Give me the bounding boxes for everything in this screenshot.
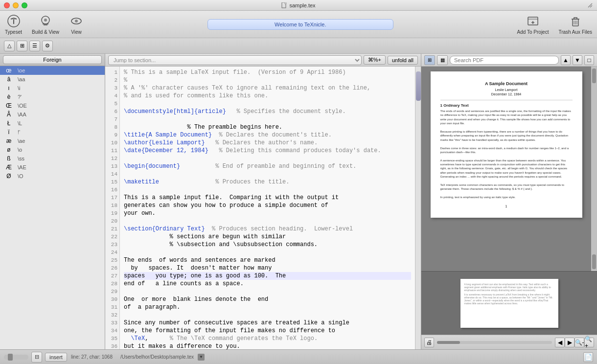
- code-line: % A '%' character causes TeX to ignore a…: [124, 84, 411, 92]
- pdf-section1: 1 Ordinary Text: [440, 103, 573, 108]
- code-line: [124, 311, 411, 319]
- file-path: /Users/belhor/Desktop/sample.tex: [120, 354, 194, 360]
- welcome-area: Welcome to TeXnicle.: [93, 19, 507, 30]
- code-line: [124, 170, 411, 178]
- code-line: \section{Ordinary Text} % Produces secti…: [124, 225, 411, 233]
- build-view-button[interactable]: Build & View: [32, 14, 59, 35]
- zoom-slider[interactable]: [4, 355, 28, 360]
- char-list-item[interactable]: â\aa: [0, 75, 105, 84]
- char-list-item[interactable]: Œ\OE: [0, 101, 105, 110]
- pdf-zoom-out[interactable]: 🔍-: [574, 338, 584, 347]
- pdf-scrollbar-bottom[interactable]: [592, 254, 596, 269]
- char-list-item[interactable]: æ\ae: [0, 136, 105, 145]
- char-list-item[interactable]: Æ\AE: [0, 163, 105, 172]
- scrollbar-thumb[interactable]: [416, 71, 421, 101]
- editor-scrollbar[interactable]: [415, 67, 421, 349]
- pdf-fit-button[interactable]: □: [584, 55, 594, 65]
- pdf-title: A Sample Document: [440, 81, 573, 86]
- build-icon: [39, 14, 52, 28]
- code-line: but it makes a difference to you.: [124, 342, 411, 349]
- jump-to-section[interactable]: Jump to section...: [108, 55, 362, 65]
- pdf-zoom-in[interactable]: 🔍+: [584, 338, 594, 347]
- pdf-scrollbar-thumb[interactable]: [592, 68, 596, 83]
- code-line: \begin{document} % End of preamble and b…: [124, 162, 411, 170]
- char-list-item[interactable]: Ł\L: [0, 119, 105, 128]
- char-list-item[interactable]: ı\i: [0, 84, 105, 92]
- code-line: of a paragraph.: [124, 303, 411, 311]
- window-controls: [4, 2, 27, 8]
- minimize-button[interactable]: [13, 2, 19, 8]
- unfold-all-button[interactable]: unfold all: [388, 56, 418, 65]
- settings-button[interactable]: ⚙: [42, 41, 53, 51]
- view-button[interactable]: View: [69, 14, 84, 35]
- main-toolbar: Typeset Build & View View Welcome to TeX…: [0, 11, 597, 38]
- split-view-button[interactable]: ⊟: [31, 352, 42, 363]
- foreign-dropdown[interactable]: Foreign: [3, 55, 102, 64]
- pdf-bottom-toolbar: 🖨 ◀ ▶ 🔍- 🔍+: [421, 335, 597, 349]
- code-line: %: [124, 76, 411, 84]
- slider-thumb[interactable]: [8, 354, 13, 361]
- maximize-button[interactable]: [22, 2, 27, 8]
- svg-point-7: [75, 20, 78, 23]
- grid-view-button[interactable]: ⊞: [424, 55, 435, 65]
- path-dropdown[interactable]: ▼: [198, 354, 205, 361]
- align-button[interactable]: ☰: [29, 41, 40, 51]
- left-panel-header: Foreign: [0, 54, 105, 66]
- pdf-author: Leslie Lamport: [440, 88, 573, 91]
- triangle-button[interactable]: △: [4, 41, 15, 51]
- char-list-item[interactable]: ø\o: [0, 145, 105, 154]
- code-editor[interactable]: % This is a sample LaTeX input file. (Ve…: [120, 67, 415, 349]
- char-list-item[interactable]: œ\oe: [0, 66, 105, 75]
- editor-header: Jump to section... ⌘%+ unfold all: [105, 54, 421, 67]
- search-pdf-input[interactable]: [450, 56, 559, 65]
- pdf-nav-down[interactable]: ▼: [573, 55, 582, 65]
- main-content: Foreign œ\oeâ\aaı\iè?'Œ\OEÂ\AAŁ\Lï!'æ\ae…: [0, 54, 597, 349]
- code-line: Since any number of consecutive spaces a…: [124, 319, 411, 327]
- pdf-pages[interactable]: A Sample Document Leslie Lamport Decembe…: [421, 67, 591, 271]
- left-panel: Foreign œ\oeâ\aaı\iè?'Œ\OEÂ\AAŁ\Lï!'æ\ae…: [0, 54, 105, 349]
- pdf-toolbar: ⊞ ▦ ▲ ▼ □: [421, 54, 597, 67]
- code-line: by spaces. It doesn't matter how many: [124, 264, 411, 272]
- line-numbers: 1234567891011121314151617181920212223242…: [105, 67, 120, 349]
- add-project-icon: [526, 14, 540, 28]
- code-line: % \subsection and \subsubsection command…: [124, 241, 411, 249]
- list-view-button[interactable]: ▦: [437, 55, 448, 65]
- char-list-item[interactable]: Â\AA: [0, 110, 105, 119]
- code-line: [124, 186, 411, 194]
- status-bar: ⊟ insert line: 27, char: 1068 /Users/bel…: [0, 349, 597, 364]
- code-line: \author{Leslie Lamport} % Declares the a…: [124, 139, 411, 147]
- char-list-item[interactable]: è?': [0, 92, 105, 101]
- editor-content: 1234567891011121314151617181920212223242…: [105, 67, 421, 349]
- code-line: \title{A Sample Document} % Declares the…: [124, 131, 411, 139]
- char-list-item[interactable]: ï!': [0, 128, 105, 136]
- pdf-nav-up[interactable]: ▲: [561, 55, 571, 65]
- pdf-thumbnail: A long segment of text can also be empha…: [460, 279, 558, 328]
- pdf-preview-area: A Sample Document Leslie Lamport Decembe…: [421, 67, 597, 271]
- add-to-project-button[interactable]: Add To Project: [517, 14, 549, 35]
- character-list: œ\oeâ\aaı\iè?'Œ\OEÂ\AAŁ\Lï!'æ\aeø\oß\ssÆ…: [0, 66, 105, 349]
- resize-icon: [587, 2, 593, 8]
- copy-button[interactable]: ⊞: [17, 41, 27, 51]
- pdf-next-page[interactable]: ▶: [565, 338, 574, 347]
- right-panel: ⊞ ▦ ▲ ▼ □ A Sample Document Leslie Lampo…: [421, 54, 597, 349]
- code-line: end of a line counts as a space.: [124, 280, 411, 288]
- pdf-scrollbar[interactable]: [591, 67, 597, 271]
- char-list-item[interactable]: Ø\O: [0, 172, 105, 181]
- code-line: [124, 115, 411, 123]
- code-line: generates can show you how to produce a …: [124, 202, 411, 209]
- editor-area: Jump to section... ⌘%+ unfold all 123456…: [105, 54, 421, 349]
- status-pdf-export[interactable]: 📄: [583, 352, 593, 362]
- code-line: \documentstyle[html]{article} % Specifie…: [124, 108, 411, 115]
- close-button[interactable]: [4, 2, 10, 8]
- welcome-box: Welcome to TeXnicle.: [207, 19, 393, 30]
- typeset-button[interactable]: Typeset: [5, 14, 22, 35]
- code-line: % sections are begun with similar: [124, 233, 411, 241]
- shortcut-button[interactable]: ⌘%+: [364, 55, 386, 65]
- pdf-body: The ends of words and sentences are just…: [440, 109, 573, 200]
- trash-aux-files-button[interactable]: Trash Aux Files: [558, 14, 592, 35]
- pdf-prev-page[interactable]: ◀: [555, 338, 565, 347]
- pdf-print-button[interactable]: 🖨: [424, 338, 434, 347]
- svg-rect-1: [285, 2, 286, 4]
- code-line: This is a sample input file. Comparing i…: [124, 194, 411, 202]
- char-list-item[interactable]: ß\ss: [0, 154, 105, 163]
